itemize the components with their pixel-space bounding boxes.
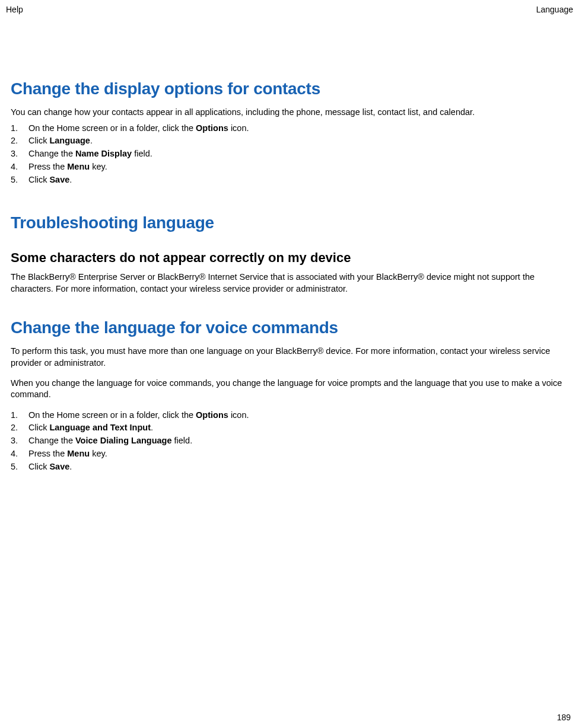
intro-text: To perform this task, you must have more… bbox=[11, 346, 568, 369]
subheading-characters-not-appear: Some characters do not appear correctly … bbox=[11, 250, 568, 266]
heading-change-display-options: Change the display options for contacts bbox=[11, 79, 568, 98]
intro-text: When you change the language for voice c… bbox=[11, 378, 568, 401]
list-item: Click Language and Text Input. bbox=[11, 422, 568, 435]
page-header: Help Language bbox=[0, 0, 579, 14]
steps-list-1: On the Home screen or in a folder, click… bbox=[11, 122, 568, 187]
page-number: 189 bbox=[557, 713, 571, 722]
list-item: Click Save. bbox=[11, 461, 568, 474]
header-left: Help bbox=[6, 5, 23, 14]
heading-change-voice-language: Change the language for voice commands bbox=[11, 318, 568, 337]
steps-list-2: On the Home screen or in a folder, click… bbox=[11, 409, 568, 474]
list-item: On the Home screen or in a folder, click… bbox=[11, 122, 568, 135]
list-item: Click Language. bbox=[11, 135, 568, 148]
header-right: Language bbox=[536, 5, 573, 14]
list-item: Click Save. bbox=[11, 174, 568, 187]
list-item: Change the Voice Dialing Language field. bbox=[11, 435, 568, 448]
page-content: Change the display options for contacts … bbox=[0, 79, 579, 473]
list-item: On the Home screen or in a folder, click… bbox=[11, 409, 568, 422]
list-item: Press the Menu key. bbox=[11, 448, 568, 461]
heading-troubleshooting-language: Troubleshooting language bbox=[11, 213, 568, 232]
body-text: The BlackBerry® Enterprise Server or Bla… bbox=[11, 272, 568, 295]
intro-text: You can change how your contacts appear … bbox=[11, 107, 568, 119]
list-item: Change the Name Display field. bbox=[11, 148, 568, 161]
list-item: Press the Menu key. bbox=[11, 161, 568, 174]
